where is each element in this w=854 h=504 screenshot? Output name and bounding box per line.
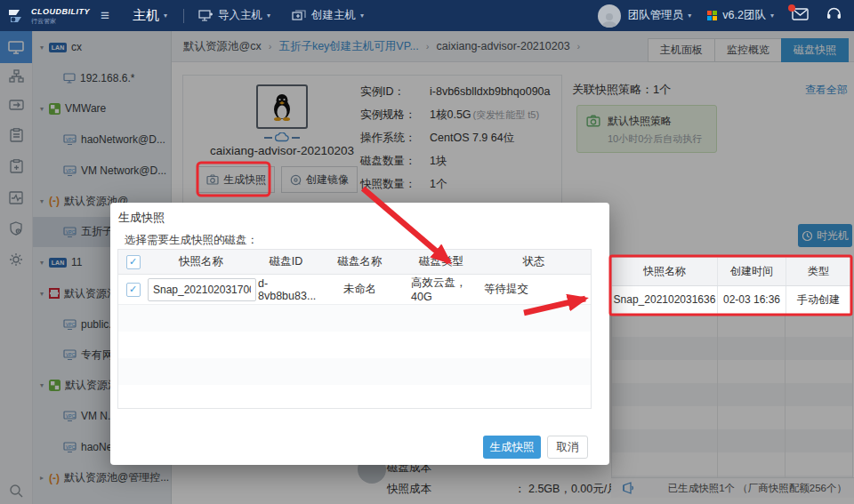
modal-disk-table: ✓ 快照名称 磁盘ID 磁盘名称 磁盘类型 状态 ✓ d-8vb8bu83...… — [117, 249, 592, 409]
modal-subtitle: 选择需要生成快照的磁盘： — [125, 233, 258, 248]
app-window: CLOUDBILITY 行云管家 ≡ 主机 ▾ 导入主机 ▾ 创建主机 ▾ 团队… — [0, 0, 854, 504]
modal-disk-row: ✓ d-8vb8bu83... 未命名 高效云盘，40G 等待提交 — [118, 275, 591, 305]
empty-row — [118, 332, 591, 358]
row-checkbox[interactable]: ✓ — [126, 283, 141, 297]
modal-table-header: ✓ 快照名称 磁盘ID 磁盘名称 磁盘类型 状态 — [118, 250, 591, 275]
brand-title: CLOUDBILITY — [31, 8, 90, 16]
user-role-label[interactable]: 团队管理员 — [628, 8, 684, 23]
create-host-icon — [292, 10, 306, 21]
nav-hosts-menu[interactable]: 主机 — [133, 7, 159, 24]
notification-dot — [788, 4, 795, 12]
create-host-button[interactable]: 创建主机 ▾ — [292, 8, 364, 23]
disk-type-cell: 高效云盘，40G — [406, 276, 477, 303]
import-host-icon — [198, 10, 213, 21]
messages-button[interactable] — [792, 8, 809, 24]
team-windows-icon — [707, 11, 717, 20]
user-avatar[interactable] — [598, 4, 621, 28]
chevron-down-icon: ▾ — [267, 12, 270, 20]
import-host-button[interactable]: 导入主机 ▾ — [198, 8, 270, 23]
headset-icon — [826, 7, 842, 20]
brand-logo[interactable]: CLOUDBILITY 行云管家 — [7, 7, 90, 25]
empty-row — [118, 358, 591, 385]
support-button[interactable] — [826, 7, 842, 24]
chevron-down-icon[interactable]: ▾ — [770, 12, 774, 20]
chevron-down-icon[interactable]: ▾ — [688, 12, 691, 20]
nav-divider — [183, 9, 184, 23]
modal-title: 生成快照 — [118, 210, 165, 226]
hamburger-menu-icon[interactable]: ≡ — [101, 7, 109, 25]
select-all-checkbox[interactable]: ✓ — [126, 255, 141, 269]
chevron-down-icon[interactable]: ▾ — [164, 12, 167, 20]
empty-row — [118, 385, 591, 412]
create-host-label: 创建主机 — [311, 8, 356, 23]
disk-id-cell: d-8vb8bu83... — [254, 277, 314, 302]
cancel-button[interactable]: 取消 — [547, 436, 588, 459]
chevron-down-icon: ▾ — [360, 12, 364, 20]
cloudbility-logo-icon — [7, 7, 27, 25]
empty-row — [118, 305, 591, 332]
confirm-create-snapshot-button[interactable]: 生成快照 — [483, 436, 541, 459]
brand-subtitle: 行云管家 — [31, 18, 90, 24]
status-cell: 等待提交 — [477, 282, 591, 297]
import-host-label: 导入主机 — [218, 8, 262, 23]
snapshot-list-table: 快照名称 创建时间 类型 Snap_202102031636 02-03 16:… — [611, 257, 851, 315]
snapshot-table-row[interactable]: Snap_202102031636 02-03 16:36 手动创建 — [612, 286, 850, 314]
top-navbar: CLOUDBILITY 行云管家 ≡ 主机 ▾ 导入主机 ▾ 创建主机 ▾ 团队… — [0, 0, 854, 31]
snapshot-name-input[interactable] — [148, 278, 256, 301]
create-snapshot-modal: 生成快照 选择需要生成快照的磁盘： ✓ 快照名称 磁盘ID 磁盘名称 磁盘类型 … — [110, 203, 609, 465]
snapshot-table-header: 快照名称 创建时间 类型 — [612, 258, 850, 286]
team-name-label[interactable]: v6.2团队 — [722, 8, 766, 23]
disk-name-cell: 未命名 — [314, 282, 406, 297]
person-icon — [600, 12, 618, 28]
